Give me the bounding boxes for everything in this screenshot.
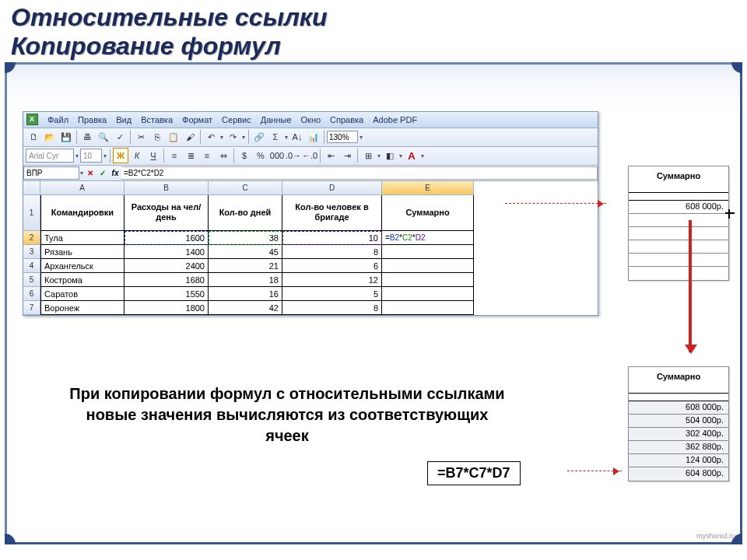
- header-C[interactable]: Кол-во дней: [209, 195, 282, 231]
- menu-edit[interactable]: Правка: [73, 115, 111, 124]
- menu-service[interactable]: Сервис: [217, 115, 256, 124]
- col-E[interactable]: E: [382, 181, 474, 195]
- cell-C6[interactable]: 16: [209, 287, 282, 301]
- cell-A5[interactable]: Кострома: [40, 273, 124, 287]
- fill-handle-icon[interactable]: [725, 209, 736, 220]
- cell-A6[interactable]: Саратов: [40, 287, 124, 301]
- row-6[interactable]: 6: [23, 287, 40, 301]
- new-icon[interactable]: 🗋: [26, 129, 41, 145]
- formula-input[interactable]: =B2*C2*D2: [121, 166, 598, 180]
- col-C[interactable]: C: [209, 181, 282, 195]
- cell-B5[interactable]: 1680: [124, 273, 209, 287]
- merge-icon[interactable]: ⇔: [216, 148, 231, 163]
- cell-E4[interactable]: [382, 259, 474, 273]
- header-B[interactable]: Расходы на чел/день: [124, 195, 209, 231]
- cell-A2[interactable]: Тула: [40, 231, 124, 245]
- menu-format[interactable]: Формат: [177, 115, 217, 124]
- menu-insert[interactable]: Вставка: [136, 115, 177, 124]
- spell-icon[interactable]: ✓: [112, 129, 128, 145]
- preview-icon[interactable]: 🔍: [96, 129, 111, 145]
- underline-button[interactable]: Ч: [146, 148, 161, 163]
- cell-D2[interactable]: 10: [282, 231, 382, 245]
- cell-A7[interactable]: Воронеж: [40, 301, 124, 315]
- align-left-icon[interactable]: ≡: [167, 148, 182, 163]
- sigma-icon[interactable]: Σ: [268, 129, 283, 145]
- zoom-box[interactable]: 130%: [327, 131, 358, 143]
- cell-D7[interactable]: 8: [282, 301, 382, 315]
- spreadsheet-grid[interactable]: A B C D E 1 Командировки Расходы на чел/…: [23, 181, 598, 315]
- cell-A3[interactable]: Рязань: [40, 245, 124, 259]
- header-D[interactable]: Кол-во человек в бригаде: [282, 195, 382, 231]
- align-right-icon[interactable]: ≡: [199, 148, 215, 163]
- row-1[interactable]: 1: [23, 195, 40, 231]
- comma-icon[interactable]: 000: [269, 148, 285, 163]
- cell-D6[interactable]: 5: [282, 287, 382, 301]
- italic-button[interactable]: К: [129, 148, 145, 163]
- font-size[interactable]: 10: [80, 149, 102, 163]
- row-4[interactable]: 4: [23, 259, 40, 273]
- cell-D5[interactable]: 12: [282, 273, 382, 287]
- cell-B7[interactable]: 1800: [124, 301, 209, 315]
- menu-window[interactable]: Окно: [296, 115, 326, 124]
- menu-help[interactable]: Справка: [325, 115, 368, 124]
- cell-C2[interactable]: 38: [209, 231, 282, 245]
- undo-icon[interactable]: ↶: [203, 129, 219, 145]
- align-center-icon[interactable]: ≣: [183, 148, 198, 163]
- print-icon[interactable]: 🖶: [79, 129, 95, 145]
- cut-icon[interactable]: ✂: [133, 129, 149, 145]
- col-B[interactable]: B: [124, 181, 209, 195]
- cell-C3[interactable]: 45: [209, 245, 282, 259]
- cell-D3[interactable]: 8: [282, 245, 382, 259]
- name-box[interactable]: ВПР: [23, 166, 79, 180]
- cell-E2[interactable]: =B2*C2*D2: [382, 231, 474, 245]
- cell-C5[interactable]: 18: [209, 273, 282, 287]
- fill-color-icon[interactable]: ◧: [382, 148, 398, 163]
- formula-cancel-icon[interactable]: ✕: [84, 169, 96, 177]
- cell-E3[interactable]: [382, 245, 474, 259]
- paste-icon[interactable]: 📋: [166, 129, 181, 145]
- link-icon[interactable]: 🔗: [251, 129, 267, 145]
- cell-B3[interactable]: 1400: [124, 245, 209, 259]
- sort-icon[interactable]: A↓: [289, 129, 305, 145]
- cell-B6[interactable]: 1550: [124, 287, 209, 301]
- save-icon[interactable]: 💾: [58, 129, 74, 145]
- indent-inc-icon[interactable]: ⇥: [339, 148, 355, 163]
- header-A[interactable]: Командировки: [40, 195, 124, 231]
- indent-dec-icon[interactable]: ⇤: [323, 148, 338, 163]
- row-7[interactable]: 7: [23, 301, 40, 315]
- cell-C7[interactable]: 42: [209, 301, 282, 315]
- cell-A4[interactable]: Архангельск: [40, 259, 124, 273]
- formula-accept-icon[interactable]: ✓: [96, 169, 109, 177]
- row-5[interactable]: 5: [23, 273, 40, 287]
- menu-view[interactable]: Вид: [111, 115, 136, 124]
- border-icon[interactable]: ⊞: [360, 148, 376, 163]
- cell-C4[interactable]: 21: [209, 259, 282, 273]
- font-selector[interactable]: Arial Cyr: [26, 149, 74, 163]
- cell-E7[interactable]: [382, 301, 474, 315]
- cell-E5[interactable]: [382, 273, 474, 287]
- brush-icon[interactable]: 🖌: [182, 129, 198, 145]
- chart-icon[interactable]: 📊: [306, 129, 321, 145]
- col-A[interactable]: A: [40, 181, 124, 195]
- menu-adobe[interactable]: Adobe PDF: [368, 115, 422, 124]
- col-D[interactable]: D: [282, 181, 382, 195]
- redo-icon[interactable]: ↷: [225, 129, 240, 145]
- select-all-cell[interactable]: [23, 181, 40, 195]
- cell-B4[interactable]: 2400: [124, 259, 209, 273]
- cell-E6[interactable]: [382, 287, 474, 301]
- menu-file[interactable]: Файл: [43, 115, 73, 124]
- font-color-icon[interactable]: A: [404, 148, 419, 163]
- percent-icon[interactable]: %: [253, 148, 268, 163]
- menu-data[interactable]: Данные: [256, 115, 296, 124]
- row-3[interactable]: 3: [23, 245, 40, 259]
- dec-dec-icon[interactable]: ←.0: [302, 148, 317, 163]
- cell-D4[interactable]: 6: [282, 259, 382, 273]
- currency-icon[interactable]: $: [237, 148, 252, 163]
- fx-button[interactable]: fx: [109, 169, 121, 177]
- dec-inc-icon[interactable]: .0→: [286, 148, 301, 163]
- header-E[interactable]: Суммарно: [382, 195, 474, 231]
- copy-icon[interactable]: ⎘: [149, 129, 165, 145]
- row-2[interactable]: 2: [23, 231, 40, 245]
- cell-B2[interactable]: 1600: [124, 231, 209, 245]
- bold-button[interactable]: Ж: [113, 148, 128, 163]
